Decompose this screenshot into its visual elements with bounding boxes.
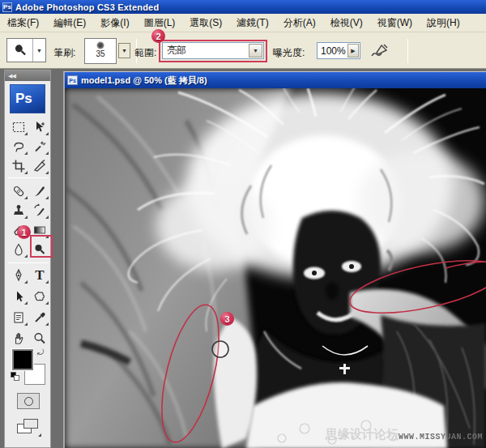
- menu-edit[interactable]: 編輯(E): [46, 14, 93, 32]
- options-separator: [407, 39, 408, 63]
- chevron-down-icon: ▼: [33, 39, 45, 62]
- tool-custom-shape[interactable]: [29, 287, 50, 306]
- document-window: Ps model1.psd @ 50% (藍 拷貝/8): [63, 71, 486, 448]
- magic-wand-icon: [32, 139, 47, 154]
- step1-highlight-box: [30, 235, 53, 258]
- clone-stamp-icon: [11, 203, 26, 218]
- brush-preview-icon: [96, 41, 104, 49]
- tool-brush[interactable]: [29, 181, 50, 201]
- dodge-tool-icon: [12, 42, 28, 58]
- photoshop-window: Ps Adobe Photoshop CS3 Extended 檔案(F) 編輯…: [0, 0, 486, 448]
- photoshop-app-icon: Ps: [2, 2, 12, 12]
- quick-mask-button[interactable]: [17, 393, 40, 409]
- tool-notes[interactable]: [8, 308, 29, 327]
- menu-file[interactable]: 檔案(F): [0, 14, 46, 32]
- foreground-color-swatch[interactable]: [12, 349, 33, 370]
- tool-type[interactable]: T: [29, 266, 50, 285]
- zoom-icon: [32, 331, 47, 346]
- tools-panel: ◀◀ Ps: [4, 70, 51, 448]
- range-label: 範圍:: [134, 46, 156, 60]
- tool-options-bar: ▼ 筆刷: 35 ▼ 範圍: 亮部 ▼ 曝光度: 100% ▶: [0, 32, 486, 69]
- brush-label: 筆刷:: [53, 46, 75, 60]
- document-title-bar[interactable]: Ps model1.psd @ 50% (藍 拷貝/8): [65, 72, 486, 88]
- inverted-model-photo: 思缘设计论坛 WWW.MISSYUAN.COM: [65, 88, 486, 448]
- custom-shape-icon: [32, 289, 47, 304]
- brush-size-value: 35: [85, 49, 116, 58]
- slice-icon: [32, 159, 47, 173]
- tool-group-separator: [8, 262, 49, 263]
- rectangular-marquee-icon: [11, 120, 26, 134]
- notes-icon: [11, 310, 26, 325]
- tool-spot-healing-brush[interactable]: [8, 181, 29, 201]
- step2-badge: 2: [151, 29, 165, 43]
- tool-path-selection[interactable]: [8, 287, 29, 306]
- brush-icon: [32, 184, 47, 198]
- menu-bar: 檔案(F) 編輯(E) 影像(I) 圖層(L) 選取(S) 濾鏡(T) 分析(A…: [0, 14, 486, 32]
- app-title-bar: Ps Adobe Photoshop CS3 Extended: [0, 0, 486, 14]
- blur-icon: [11, 242, 26, 257]
- chevron-down-icon[interactable]: ▼: [249, 44, 262, 58]
- menu-help[interactable]: 說明(H): [420, 14, 467, 32]
- airbrush-icon: [370, 43, 390, 59]
- default-colors-icon[interactable]: [11, 372, 20, 382]
- document-canvas[interactable]: 思缘设计论坛 WWW.MISSYUAN.COM 3: [65, 88, 486, 448]
- type-tool-icon: T: [35, 267, 44, 284]
- document-title: model1.psd @ 50% (藍 拷貝/8): [81, 75, 207, 87]
- brush-dropdown-arrow[interactable]: ▼: [118, 43, 130, 58]
- tool-blur[interactable]: [8, 240, 29, 259]
- tool-history-brush[interactable]: [29, 201, 50, 220]
- range-selected-value: 亮部: [163, 44, 249, 58]
- menu-filter[interactable]: 濾鏡(T): [229, 14, 275, 32]
- history-brush-icon: [32, 203, 47, 218]
- watermark-cn: 思缘设计论坛: [325, 427, 399, 441]
- menu-select[interactable]: 選取(S): [182, 14, 229, 32]
- exposure-label: 曝光度:: [273, 46, 305, 60]
- exposure-slider-arrow[interactable]: ▶: [347, 44, 359, 58]
- lasso-icon: [11, 139, 26, 154]
- pen-icon: [11, 268, 26, 283]
- spot-healing-brush-icon: [11, 184, 26, 198]
- exposure-value: 100%: [318, 45, 347, 57]
- eyedropper-icon: [32, 310, 47, 325]
- brush-preset-picker[interactable]: 35: [84, 38, 117, 64]
- tool-pen[interactable]: [8, 266, 29, 285]
- tool-preset-picker[interactable]: ▼: [6, 38, 46, 62]
- range-select[interactable]: 亮部 ▼: [162, 42, 264, 59]
- ps-logo: Ps: [10, 84, 45, 113]
- tool-eyedropper[interactable]: [29, 308, 50, 327]
- app-title: Adobe Photoshop CS3 Extended: [15, 2, 159, 12]
- menu-image[interactable]: 影像(I): [93, 14, 136, 32]
- tool-slice[interactable]: [29, 156, 50, 176]
- tool-zoom[interactable]: [29, 329, 50, 348]
- menu-analysis[interactable]: 分析(A): [276, 14, 323, 32]
- tool-crop[interactable]: [8, 156, 29, 176]
- crop-icon: [11, 159, 26, 173]
- quick-mask-icon: [24, 397, 33, 406]
- panel-collapse-header[interactable]: ◀◀: [5, 70, 50, 81]
- swap-colors-icon[interactable]: ⤾: [37, 348, 44, 357]
- path-selection-icon: [11, 289, 26, 304]
- step1-badge: 1: [17, 225, 31, 239]
- tool-move[interactable]: [29, 117, 50, 137]
- airbrush-toggle-button[interactable]: [369, 41, 391, 61]
- tool-hand[interactable]: [8, 329, 29, 348]
- step3-badge: 3: [220, 312, 234, 326]
- menu-window[interactable]: 視窗(W): [370, 14, 420, 32]
- tool-rectangular-marquee[interactable]: [8, 117, 29, 137]
- move-icon: [32, 120, 47, 134]
- exposure-input[interactable]: 100% ▶: [317, 42, 360, 59]
- screen-mode-button[interactable]: [15, 417, 41, 437]
- document-file-icon: Ps: [67, 75, 78, 85]
- brush-cursor: [212, 341, 228, 357]
- watermark-en: WWW.MISSYUAN.COM: [399, 433, 483, 442]
- tool-clone-stamp[interactable]: [8, 201, 29, 220]
- hand-icon: [11, 331, 26, 346]
- tool-group-separator: [8, 177, 49, 178]
- tool-magic-wand[interactable]: [29, 137, 50, 156]
- menu-view[interactable]: 檢視(V): [323, 14, 370, 32]
- tool-lasso[interactable]: [8, 137, 29, 156]
